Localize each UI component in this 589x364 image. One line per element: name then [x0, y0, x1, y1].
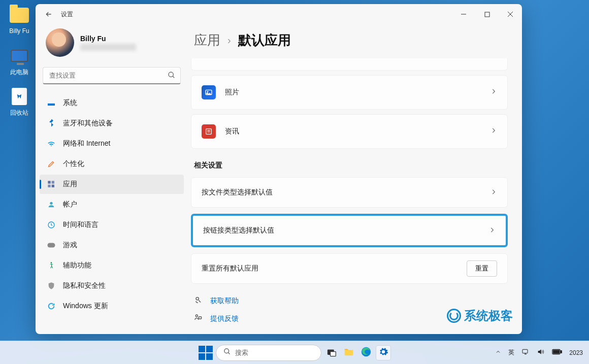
profile-email-blurred: [80, 44, 136, 51]
search-wrap: [43, 67, 181, 84]
desktop-icon-label: 此电脑: [4, 68, 35, 77]
start-button[interactable]: [199, 346, 213, 360]
profile-block[interactable]: Billy Fu: [40, 24, 184, 65]
battery-tray-icon[interactable]: [552, 349, 562, 356]
reset-button[interactable]: 重置: [467, 260, 497, 277]
sidebar-item-privacy[interactable]: 隐私和安全性: [40, 276, 184, 295]
taskbar-year[interactable]: 2023: [569, 349, 583, 356]
nav: ▬ 系统 蓝牙和其他设备 网络和 Internet 个性化 应用: [40, 93, 184, 316]
update-icon: [47, 302, 56, 311]
desktop-icon-folder[interactable]: Billy Fu: [4, 5, 35, 35]
avatar: [46, 28, 74, 57]
desktop-icon-this-pc[interactable]: 此电脑: [4, 46, 35, 77]
brush-icon: [47, 159, 56, 169]
back-button[interactable]: [43, 8, 55, 20]
svg-rect-4: [48, 181, 50, 183]
main-panel: 应用 › 默认应用 照片 资讯: [188, 24, 522, 334]
card-partial-top[interactable]: [191, 58, 508, 71]
ime-indicator[interactable]: 英: [508, 348, 514, 357]
default-app-card-photos[interactable]: 照片: [191, 75, 508, 110]
sidebar-item-label: 网络和 Internet: [63, 139, 110, 148]
row-choose-defaults-by-linktype[interactable]: 按链接类型选择默认值: [191, 214, 508, 247]
chevron-right-icon: [490, 188, 497, 197]
close-button[interactable]: [499, 4, 522, 24]
profile-name: Billy Fu: [80, 35, 136, 43]
svg-rect-25: [522, 349, 528, 353]
row-label: 重置所有默认应用: [202, 264, 467, 273]
svg-rect-19: [199, 317, 201, 319]
related-settings-title: 相关设置: [194, 161, 508, 170]
taskbar-explorer[interactable]: [342, 346, 356, 360]
maximize-button[interactable]: [475, 4, 499, 24]
pc-icon: [9, 46, 29, 66]
desktop-icon-label: 回收站: [4, 109, 35, 117]
svg-point-18: [195, 315, 198, 317]
sidebar-item-bluetooth[interactable]: 蓝牙和其他设备: [40, 114, 184, 133]
taskbar-search[interactable]: 搜索: [216, 345, 321, 361]
breadcrumb: 应用 › 默认应用: [191, 31, 508, 49]
edge-icon: [361, 346, 372, 359]
network-tray-icon[interactable]: [521, 348, 530, 357]
sidebar-item-label: 辅助功能: [63, 261, 91, 270]
settings-window: 设置 Billy Fu ▬: [36, 4, 522, 334]
card-label: 资讯: [225, 127, 490, 136]
sidebar-item-label: Windows 更新: [63, 302, 108, 311]
desktop-icon-recycle-bin[interactable]: 回收站: [4, 86, 35, 117]
sidebar-item-network[interactable]: 网络和 Internet: [40, 134, 184, 153]
news-app-icon: [202, 124, 216, 139]
close-icon: [507, 11, 513, 17]
accessibility-icon: [47, 261, 56, 270]
watermark-text: 系统极客: [464, 308, 513, 324]
person-icon: [47, 200, 56, 209]
gamepad-icon: [47, 241, 56, 250]
sidebar-item-apps[interactable]: 应用: [40, 175, 184, 194]
recycle-bin-icon: [9, 86, 29, 107]
search-icon: [223, 348, 231, 357]
svg-point-2: [169, 72, 173, 77]
breadcrumb-parent[interactable]: 应用: [194, 31, 220, 49]
sidebar-item-label: 应用: [63, 180, 77, 189]
window-title: 设置: [61, 10, 73, 19]
desktop-icon-label: Billy Fu: [4, 27, 35, 35]
row-choose-defaults-by-filetype[interactable]: 按文件类型选择默认值: [191, 177, 508, 208]
card-label: 照片: [225, 88, 490, 97]
svg-point-11: [51, 262, 52, 263]
chevron-right-icon: [488, 226, 496, 235]
sidebar-item-label: 隐私和安全性: [63, 281, 106, 290]
sidebar-item-system[interactable]: ▬ 系统: [40, 93, 184, 113]
sidebar-item-label: 帐户: [63, 200, 77, 209]
svg-rect-7: [52, 185, 54, 187]
sidebar-item-gaming[interactable]: 游戏: [40, 236, 184, 255]
monitor-icon: ▬: [47, 98, 56, 108]
svg-rect-10: [48, 243, 55, 248]
link-label: 获取帮助: [210, 296, 239, 306]
svg-rect-28: [561, 351, 562, 353]
taskbar-settings[interactable]: [376, 346, 390, 360]
sidebar-item-time-language[interactable]: 时间和语言: [40, 215, 184, 235]
default-app-card-news[interactable]: 资讯: [191, 114, 508, 149]
svg-rect-6: [48, 185, 50, 187]
taskbar-task-view[interactable]: [324, 346, 339, 360]
taskbar-edge[interactable]: [359, 346, 373, 360]
breadcrumb-current: 默认应用: [238, 31, 291, 49]
svg-rect-1: [485, 12, 489, 17]
sidebar-item-accounts[interactable]: 帐户: [40, 195, 184, 214]
bluetooth-icon: [47, 119, 56, 128]
svg-point-17: [196, 297, 199, 300]
sidebar-item-accessibility[interactable]: 辅助功能: [40, 256, 184, 275]
sidebar-item-personalization[interactable]: 个性化: [40, 154, 184, 174]
sidebar-item-windows-update[interactable]: Windows 更新: [40, 296, 184, 316]
volume-tray-icon[interactable]: [537, 348, 545, 357]
feedback-icon: [194, 314, 203, 323]
search-input[interactable]: [43, 67, 181, 84]
tray-chevron-up-icon[interactable]: [495, 349, 501, 356]
get-help-link[interactable]: 获取帮助: [194, 296, 508, 306]
wifi-icon: [47, 139, 56, 148]
link-label: 提供反馈: [210, 314, 239, 323]
minimize-icon: [461, 11, 467, 17]
sidebar-item-label: 个性化: [63, 159, 84, 169]
chevron-right-icon: ›: [227, 35, 231, 46]
sidebar-item-label: 时间和语言: [63, 220, 99, 229]
sidebar-item-label: 蓝牙和其他设备: [63, 119, 113, 128]
minimize-button[interactable]: [452, 4, 475, 24]
